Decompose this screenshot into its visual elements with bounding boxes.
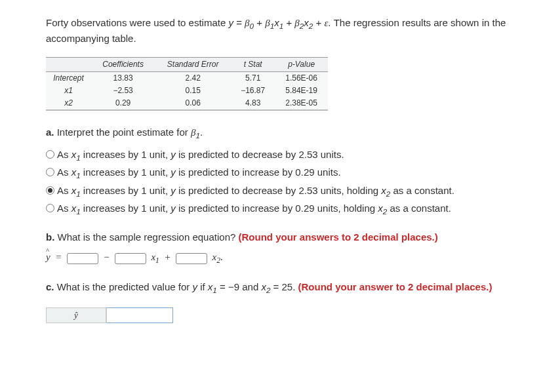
eq-y: y bbox=[228, 17, 233, 28]
radio-icon[interactable] bbox=[46, 168, 54, 176]
qc-x1s: 1 bbox=[212, 286, 217, 294]
eq-x1: x bbox=[274, 17, 279, 28]
qc-eq2: = 25. bbox=[273, 281, 298, 292]
eq-eq: = bbox=[236, 17, 245, 28]
eq-b2: β bbox=[294, 18, 299, 28]
qc-x2s: 2 bbox=[266, 286, 271, 294]
eq-minus: − bbox=[103, 252, 110, 262]
eq-x1-sub: 1 bbox=[279, 22, 284, 30]
option-row-0[interactable]: As x1 increases by 1 unit, y is predicte… bbox=[46, 147, 543, 163]
th-pval: p-Value bbox=[275, 58, 328, 72]
equation-row: y = − x1 + x2. bbox=[46, 250, 543, 266]
radio-icon[interactable] bbox=[46, 186, 54, 195]
qc-label: c. bbox=[46, 281, 54, 292]
row0-label: Intercept bbox=[46, 72, 91, 85]
row2-tstat: 4.83 bbox=[231, 97, 275, 110]
row2-se: 0.06 bbox=[155, 97, 231, 110]
regression-table: Coefficients Standard Error t Stat p-Val… bbox=[46, 57, 328, 110]
question-c: c. What is the predicted value for y if … bbox=[46, 280, 531, 296]
prompt-text: Forty observations were used to estimate… bbox=[46, 16, 525, 45]
eq-input-b2[interactable] bbox=[176, 253, 207, 264]
eq-b1: β bbox=[265, 18, 270, 28]
th-tstat: t Stat bbox=[231, 58, 275, 72]
eq-x2: x bbox=[304, 17, 309, 28]
row0-tstat: 5.71 bbox=[231, 72, 275, 85]
table-row: Intercept 13.83 2.42 5.71 1.56E-06 bbox=[46, 72, 328, 85]
options-group: As x1 increases by 1 unit, y is predicte… bbox=[46, 147, 543, 218]
th-blank bbox=[46, 58, 91, 72]
row0-coef: 13.83 bbox=[91, 72, 155, 85]
yhat-symbol: y bbox=[46, 252, 50, 262]
row0-se: 2.42 bbox=[155, 72, 231, 85]
question-a: a. Interpret the point estimate for β1. bbox=[46, 125, 543, 141]
eq-x2-sub: 2 bbox=[309, 22, 313, 30]
option-row-3[interactable]: As x1 increases by 1 unit, y is predicte… bbox=[46, 201, 543, 217]
qc-hint: (Round your answer to 2 decimal places.) bbox=[298, 281, 493, 292]
prompt-part1: Forty observations were used to estimate bbox=[46, 17, 228, 28]
final-yhat-label: ŷ bbox=[46, 307, 106, 323]
final-yhat-input[interactable] bbox=[106, 307, 173, 323]
eq-plus1: + bbox=[256, 17, 265, 28]
question-b: b. What is the sample regression equatio… bbox=[46, 230, 543, 244]
row1-label: x1 bbox=[46, 85, 91, 97]
qc-y: y bbox=[192, 281, 197, 292]
qc-x2: x bbox=[261, 281, 266, 292]
qc-eq1: = −9 and bbox=[220, 281, 261, 292]
eq-plus: + bbox=[164, 252, 171, 262]
table-row: x1 −2.53 0.15 −16.87 5.84E-19 bbox=[46, 85, 328, 97]
eq-plus3: + bbox=[316, 17, 325, 28]
option-row-2[interactable]: As x1 increases by 1 unit, y is predicte… bbox=[46, 184, 543, 199]
row2-pval: 2.38E-05 bbox=[275, 97, 328, 110]
eq-plus2: + bbox=[286, 17, 294, 28]
row2-coef: 0.29 bbox=[91, 97, 155, 110]
qb-label: b. bbox=[46, 231, 54, 243]
radio-icon[interactable] bbox=[46, 204, 54, 212]
final-answer-row: ŷ bbox=[46, 307, 543, 323]
option-label: As x1 increases by 1 unit, y is predicte… bbox=[57, 147, 344, 163]
qa-dot: . bbox=[200, 127, 203, 138]
eq-input-intercept[interactable] bbox=[67, 253, 98, 264]
eq-sign: = bbox=[55, 252, 62, 262]
qa-label: a. bbox=[46, 127, 54, 138]
table-row: x2 0.29 0.06 4.83 2.38E-05 bbox=[46, 97, 328, 110]
row1-coef: −2.53 bbox=[91, 85, 155, 97]
eq-dot: . bbox=[220, 252, 223, 262]
option-label: As x1 increases by 1 unit, y is predicte… bbox=[57, 184, 454, 199]
qc-text1: What is the predicted value for bbox=[57, 281, 193, 292]
eq-input-b1[interactable] bbox=[115, 253, 146, 264]
qa-text: Interpret the point estimate for bbox=[57, 127, 191, 138]
row0-pval: 1.56E-06 bbox=[275, 72, 328, 85]
option-row-1[interactable]: As x1 increases by 1 unit, y is predicte… bbox=[46, 165, 543, 181]
row2-label: x2 bbox=[46, 97, 91, 110]
option-label: As x1 increases by 1 unit, y is predicte… bbox=[57, 201, 451, 217]
qb-hint: (Round your answers to 2 decimal places.… bbox=[239, 231, 438, 243]
qc-if: if bbox=[200, 281, 208, 292]
th-coef: Coefficients bbox=[91, 58, 155, 72]
eq-b0: β bbox=[245, 18, 249, 28]
row1-tstat: −16.87 bbox=[231, 85, 275, 97]
eq-x1s: 1 bbox=[155, 256, 159, 265]
eq-b0-sub: 0 bbox=[250, 22, 254, 30]
row1-se: 0.15 bbox=[155, 85, 231, 97]
th-se: Standard Error bbox=[155, 58, 231, 72]
option-label: As x1 increases by 1 unit, y is predicte… bbox=[57, 165, 341, 181]
radio-icon[interactable] bbox=[46, 150, 54, 159]
qb-text: What is the sample regression equation? bbox=[58, 231, 239, 243]
row1-pval: 5.84E-19 bbox=[275, 85, 328, 97]
